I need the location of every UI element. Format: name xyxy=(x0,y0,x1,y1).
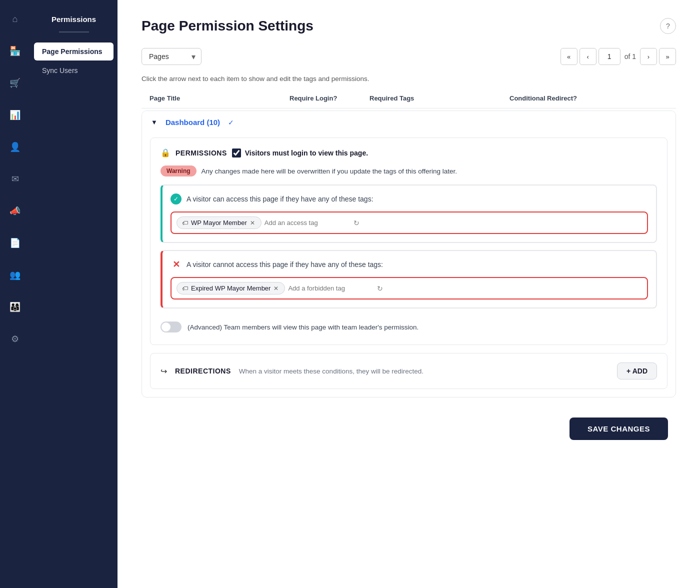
store-icon[interactable]: 🏪 xyxy=(6,42,24,60)
page-of-label: of 1 xyxy=(624,52,636,60)
chart-icon[interactable]: 📊 xyxy=(6,106,24,124)
access-tag-remove[interactable]: ✕ xyxy=(250,220,255,226)
forbidden-text: A visitor cannot access this page if the… xyxy=(186,260,383,268)
page-header: Page Permission Settings ? xyxy=(142,18,676,34)
page-type-select[interactable]: Pages Posts Products xyxy=(142,48,202,65)
col-conditional-redirect: Conditional Redirect? xyxy=(510,94,668,102)
forbidden-section: ✕ A visitor cannot access this page if t… xyxy=(160,250,657,308)
page-title: Page Permission Settings xyxy=(142,18,314,34)
redirections-label: REDIRECTIONS xyxy=(175,367,231,375)
tag-icon: 🏷 xyxy=(182,220,188,226)
warning-badge: Warning xyxy=(160,166,196,176)
sidebar-divider xyxy=(59,32,89,32)
table-headers: Page Title Require Login? Required Tags … xyxy=(142,94,676,108)
cart-icon[interactable]: 🛒 xyxy=(6,74,24,92)
instruction-text: Click the arrow next to each item to sho… xyxy=(142,75,676,82)
megaphone-icon[interactable]: 📣 xyxy=(6,202,24,220)
settings-icon[interactable]: ⚙ xyxy=(6,330,24,348)
sidebar: Permissions Page Permissions Sync Users xyxy=(30,0,118,588)
warning-text: Any changes made here will be overwritte… xyxy=(202,168,458,175)
main-card: ▼ Dashboard (10) ✓ 🔒 PERMISSIONS Visitor… xyxy=(142,110,676,398)
access-tag-label: WP Mayor Member xyxy=(191,219,247,226)
last-page-button[interactable]: » xyxy=(659,48,676,65)
dashboard-check-icon: ✓ xyxy=(228,118,234,126)
col-required-tags: Required Tags xyxy=(370,94,510,102)
permissions-label: PERMISSIONS xyxy=(176,149,227,157)
dashboard-link[interactable]: Dashboard (10) xyxy=(166,118,220,126)
prev-page-button[interactable]: ‹ xyxy=(580,48,596,65)
forbidden-x-icon: ✕ xyxy=(170,259,182,270)
main-content: Page Permission Settings ? Pages Posts P… xyxy=(118,0,700,588)
user-icon[interactable]: 👤 xyxy=(6,138,24,156)
forbidden-refresh-icon[interactable]: ↻ xyxy=(377,284,383,292)
forbidden-tag-label: Expired WP Mayor Member xyxy=(191,284,270,292)
login-required-label: Visitors must login to view this page. xyxy=(245,149,368,157)
save-changes-button[interactable]: SAVE CHANGES xyxy=(570,418,668,440)
help-button[interactable]: ? xyxy=(660,18,676,34)
page-type-select-wrapper: Pages Posts Products xyxy=(142,48,202,65)
save-row: SAVE CHANGES xyxy=(142,408,676,444)
access-header: ✓ A visitor can access this page if they… xyxy=(170,194,648,204)
refresh-icon[interactable]: ↻ xyxy=(354,219,360,227)
permissions-section: 🔒 PERMISSIONS Visitors must login to vie… xyxy=(150,138,668,345)
login-required-checkbox[interactable] xyxy=(232,148,241,158)
warning-row: Warning Any changes made here will be ov… xyxy=(160,166,657,176)
home-icon[interactable]: ⌂ xyxy=(6,10,24,28)
access-section: ✓ A visitor can access this page if they… xyxy=(160,184,657,243)
access-tag-area: 🏷 WP Mayor Member ✕ ↻ xyxy=(170,212,648,234)
first-page-button[interactable]: « xyxy=(560,48,578,65)
access-check-icon: ✓ xyxy=(170,194,182,204)
col-require-login: Require Login? xyxy=(290,94,370,102)
icon-rail: ⌂ 🏪 🛒 📊 👤 ✉ 📣 📄 👥 👨‍👩‍👧 ⚙ xyxy=(0,0,30,588)
forbidden-tag-area: 🏷 Expired WP Mayor Member ✕ ↻ xyxy=(170,277,648,300)
toolbar-row: Pages Posts Products « ‹ of 1 › » xyxy=(142,48,676,65)
forbidden-tag-input[interactable] xyxy=(288,284,372,292)
forbidden-tag-remove[interactable]: ✕ xyxy=(274,286,278,292)
col-page-title: Page Title xyxy=(150,94,290,102)
access-tag-wp-mayor: 🏷 WP Mayor Member ✕ xyxy=(176,216,262,229)
dashboard-row: ▼ Dashboard (10) ✓ xyxy=(142,111,676,134)
permissions-header: 🔒 PERMISSIONS Visitors must login to vie… xyxy=(160,148,657,158)
lock-icon: 🔒 xyxy=(160,148,170,158)
page-number-input[interactable] xyxy=(598,48,620,65)
tag-icon-forbidden: 🏷 xyxy=(182,285,188,292)
access-text: A visitor can access this page if they h… xyxy=(186,195,374,203)
redirections-desc: When a visitor meets these conditions, t… xyxy=(239,368,609,375)
advanced-text: (Advanced) Team members will view this p… xyxy=(188,324,418,331)
sidebar-item-sync-users[interactable]: Sync Users xyxy=(34,62,114,80)
access-tag-input[interactable] xyxy=(264,219,348,226)
group-icon[interactable]: 👨‍👩‍👧 xyxy=(6,298,24,316)
forbidden-tag-expired: 🏷 Expired WP Mayor Member ✕ xyxy=(176,282,285,294)
redirections-section: ↪ REDIRECTIONS When a visitor meets thes… xyxy=(150,353,668,389)
login-required-wrapper: Visitors must login to view this page. xyxy=(232,148,368,158)
advanced-toggle[interactable] xyxy=(160,322,182,332)
docs-icon[interactable]: 📄 xyxy=(6,234,24,252)
forbidden-header: ✕ A visitor cannot access this page if t… xyxy=(170,259,648,270)
advanced-row: (Advanced) Team members will view this p… xyxy=(160,316,657,334)
redirect-icon: ↪ xyxy=(160,366,167,376)
toggle-slider xyxy=(160,322,182,332)
team-icon[interactable]: 👥 xyxy=(6,266,24,284)
add-redirect-button[interactable]: + ADD xyxy=(617,362,657,380)
pagination: « ‹ of 1 › » xyxy=(560,48,676,65)
sidebar-item-page-permissions[interactable]: Page Permissions xyxy=(34,42,114,60)
dashboard-chevron[interactable]: ▼ xyxy=(151,118,158,126)
sidebar-title: Permissions xyxy=(30,10,118,28)
next-page-button[interactable]: › xyxy=(640,48,657,65)
mail-icon[interactable]: ✉ xyxy=(6,170,24,188)
